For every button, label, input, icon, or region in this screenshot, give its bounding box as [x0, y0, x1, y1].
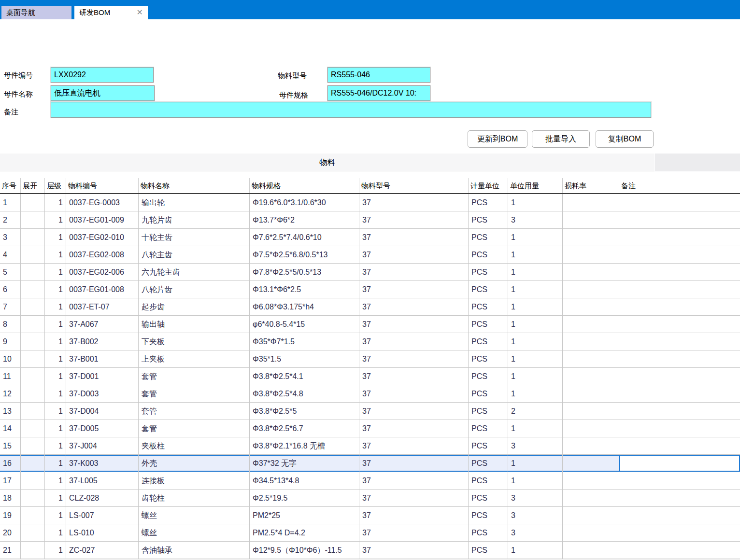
cell-remark[interactable] — [619, 316, 740, 333]
cell-loss[interactable] — [563, 542, 619, 559]
cell-qty[interactable]: 3 — [508, 524, 563, 541]
cell-expand[interactable] — [21, 542, 45, 559]
cell-expand[interactable] — [21, 194, 45, 211]
cell-unit[interactable]: PCS — [469, 264, 508, 280]
remark-field[interactable] — [51, 102, 651, 118]
parent-spec-field[interactable] — [327, 85, 430, 101]
batch-import-button[interactable]: 批量导入 — [532, 130, 590, 148]
cell-remark[interactable] — [619, 246, 740, 263]
table-row[interactable]: 17137-L005连接板Φ34.5*13*4.837PCS1 — [0, 472, 740, 490]
cell-spec[interactable]: PM2.5*4 D=4.2 — [250, 524, 359, 541]
column-header-unit[interactable]: 计量单位 — [469, 178, 508, 193]
cell-remark[interactable] — [619, 420, 740, 437]
cell-code[interactable]: 0037-ET-07 — [66, 298, 139, 315]
cell-loss[interactable] — [563, 368, 619, 385]
cell-level[interactable]: 1 — [45, 437, 66, 454]
cell-level[interactable]: 1 — [45, 350, 66, 367]
cell-qty[interactable]: 1 — [508, 420, 563, 437]
column-header-loss[interactable]: 损耗率 — [563, 178, 619, 193]
table-row[interactable]: 410037-EG02-008八轮主齿Φ7.5*Φ2.5*6.8/0.5*133… — [0, 246, 740, 264]
cell-name[interactable]: 螺丝 — [139, 507, 250, 524]
cell-unit[interactable]: PCS — [469, 385, 508, 402]
cell-level[interactable]: 1 — [45, 264, 66, 280]
cell-code[interactable]: 37-B002 — [66, 333, 139, 350]
cell-spec[interactable]: Φ7.8*Φ2.5*5/0.5*13 — [250, 264, 359, 280]
cell-qty[interactable]: 3 — [508, 437, 563, 454]
cell-level[interactable]: 1 — [45, 281, 66, 298]
cell-code[interactable]: 37-B001 — [66, 350, 139, 367]
cell-name[interactable]: 九轮片齿 — [139, 211, 250, 228]
cell-model[interactable]: 37 — [359, 507, 469, 524]
table-row[interactable]: 610037-EG01-008八轮片齿Φ13.1*Φ6*2.537PCS1 — [0, 281, 740, 298]
cell-name[interactable]: 套管 — [139, 420, 250, 437]
table-row[interactable]: 510037-EG02-006六九轮主齿Φ7.8*Φ2.5*5/0.5*1337… — [0, 264, 740, 281]
cell-name[interactable]: 套管 — [139, 385, 250, 402]
cell-expand[interactable] — [21, 333, 45, 350]
cell-unit[interactable]: PCS — [469, 542, 508, 559]
cell-model[interactable]: 37 — [359, 385, 469, 402]
cell-expand[interactable] — [21, 298, 45, 315]
cell-loss[interactable] — [563, 385, 619, 402]
cell-unit[interactable]: PCS — [469, 194, 508, 211]
cell-qty[interactable]: 1 — [508, 385, 563, 402]
cell-model[interactable]: 37 — [359, 298, 469, 315]
cell-qty[interactable]: 1 — [508, 333, 563, 350]
cell-name[interactable]: 下夹板 — [139, 333, 250, 350]
cell-level[interactable]: 1 — [45, 298, 66, 315]
cell-level[interactable]: 1 — [45, 385, 66, 402]
cell-level[interactable]: 1 — [45, 472, 66, 489]
cell-loss[interactable] — [563, 281, 619, 298]
cell-qty[interactable]: 1 — [508, 316, 563, 333]
cell-remark[interactable] — [619, 472, 740, 489]
cell-name[interactable]: 六九轮主齿 — [139, 264, 250, 280]
cell-loss[interactable] — [563, 437, 619, 454]
cell-loss[interactable] — [563, 472, 619, 489]
cell-code[interactable]: LS-010 — [66, 524, 139, 541]
cell-unit[interactable]: PCS — [469, 333, 508, 350]
cell-spec[interactable]: Φ13.1*Φ6*2.5 — [250, 281, 359, 298]
cell-spec[interactable]: Φ12*9.5（Φ10*Φ6）-11.5 — [250, 542, 359, 559]
cell-remark[interactable] — [619, 455, 740, 472]
cell-expand[interactable] — [21, 403, 45, 420]
copy-bom-button[interactable]: 复制BOM — [596, 130, 654, 148]
cell-seq[interactable]: 19 — [0, 507, 21, 524]
cell-loss[interactable] — [563, 194, 619, 211]
cell-spec[interactable]: Φ7.5*Φ2.5*6.8/0.5*13 — [250, 246, 359, 263]
cell-unit[interactable]: PCS — [469, 211, 508, 228]
cell-expand[interactable] — [21, 229, 45, 246]
cell-unit[interactable]: PCS — [469, 281, 508, 298]
table-row[interactable]: 8137-A067输出轴φ6*40.8-5.4*1537PCS1 — [0, 316, 740, 333]
cell-code[interactable]: LS-007 — [66, 507, 139, 524]
cell-model[interactable]: 37 — [359, 350, 469, 367]
column-header-qty[interactable]: 单位用量 — [508, 178, 563, 193]
cell-remark[interactable] — [619, 437, 740, 454]
close-icon[interactable]: ✕ — [133, 6, 143, 19]
cell-loss[interactable] — [563, 298, 619, 315]
cell-model[interactable]: 37 — [359, 211, 469, 228]
cell-unit[interactable]: PCS — [469, 350, 508, 367]
cell-spec[interactable]: Φ2.5*19.5 — [250, 490, 359, 506]
cell-level[interactable]: 1 — [45, 229, 66, 246]
cell-level[interactable]: 1 — [45, 333, 66, 350]
cell-remark[interactable] — [619, 264, 740, 280]
cell-remark[interactable] — [619, 385, 740, 402]
parent-name-field[interactable] — [51, 85, 155, 101]
tab-desktop-nav[interactable]: 桌面导航 — [1, 6, 71, 19]
cell-name[interactable]: 套管 — [139, 403, 250, 420]
cell-expand[interactable] — [21, 368, 45, 385]
table-row[interactable]: 10137-B001上夹板Φ35*1.537PCS1 — [0, 350, 740, 368]
cell-model[interactable]: 37 — [359, 420, 469, 437]
cell-seq[interactable]: 7 — [0, 298, 21, 315]
cell-qty[interactable]: 1 — [508, 298, 563, 315]
cell-spec[interactable]: Φ19.6*6.0*3.1/0.6*30 — [250, 194, 359, 211]
cell-loss[interactable] — [563, 264, 619, 280]
cell-unit[interactable]: PCS — [469, 507, 508, 524]
cell-seq[interactable]: 5 — [0, 264, 21, 280]
cell-qty[interactable]: 1 — [508, 368, 563, 385]
cell-model[interactable]: 37 — [359, 472, 469, 489]
column-header-remark[interactable]: 备注 — [619, 178, 740, 193]
cell-unit[interactable]: PCS — [469, 420, 508, 437]
cell-remark[interactable] — [619, 333, 740, 350]
cell-spec[interactable]: φ6*40.8-5.4*15 — [250, 316, 359, 333]
table-row[interactable]: 110037-EG-0003输出轮Φ19.6*6.0*3.1/0.6*3037P… — [0, 194, 740, 211]
